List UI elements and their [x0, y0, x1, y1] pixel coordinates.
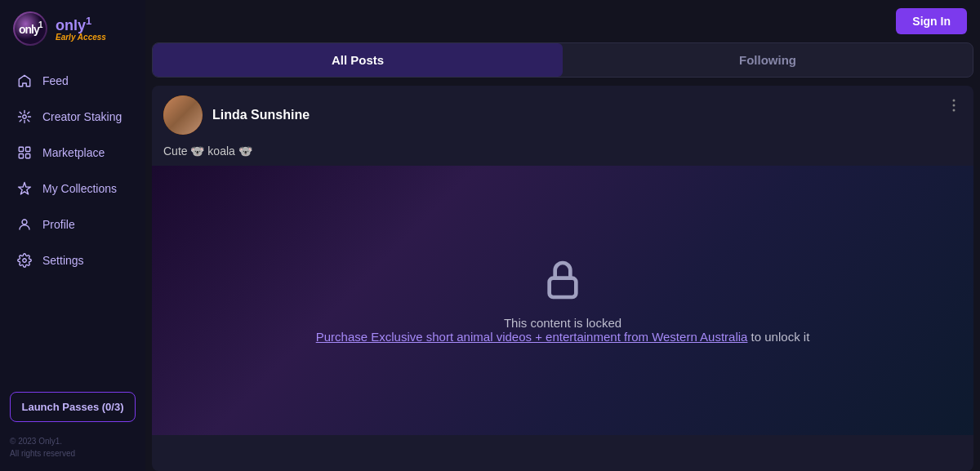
footer-copyright: © 2023 Only1. All rights reserved	[0, 435, 145, 471]
svg-point-3	[23, 115, 27, 119]
settings-icon	[16, 252, 33, 269]
sidebar-item-profile[interactable]: Profile	[3, 207, 142, 242]
sidebar-item-profile-label: Profile	[42, 218, 75, 231]
sidebar-item-feed[interactable]: Feed	[3, 64, 142, 98]
svg-rect-13	[550, 278, 577, 297]
svg-rect-4	[19, 147, 23, 151]
marketplace-icon	[16, 144, 33, 161]
home-icon	[16, 73, 33, 89]
launch-passes-button[interactable]: Launch Passes (0/3)	[10, 392, 136, 422]
locked-content-area: This content is locked Purchase Exclusiv…	[152, 166, 973, 435]
sidebar-item-creator-staking-label: Creator Staking	[42, 110, 122, 123]
sidebar-item-settings[interactable]: Settings	[3, 243, 142, 278]
main-content: Sign In All Posts Following Linda Sunshi…	[145, 0, 980, 471]
nav-menu: Feed Creator Staking Marketplace My Coll…	[0, 60, 145, 382]
profile-icon	[16, 216, 33, 233]
tabs-row: All Posts Following	[152, 42, 973, 78]
lock-icon	[540, 257, 586, 303]
staking-icon	[16, 109, 33, 125]
tab-all-posts[interactable]: All Posts	[153, 43, 563, 77]
post-caption: Cute 🐨 koala 🐨	[152, 144, 973, 166]
logo-tagline: Early Access	[56, 33, 106, 42]
svg-text:only: only	[19, 23, 40, 36]
brand-name: only1	[56, 16, 106, 33]
logo-area: only 1 only1 Early Access	[0, 0, 145, 60]
svg-rect-7	[26, 154, 30, 158]
svg-point-8	[22, 220, 27, 224]
sidebar-item-settings-label: Settings	[42, 254, 84, 267]
purchase-link[interactable]: Purchase Exclusive short animal videos +…	[316, 330, 748, 344]
svg-rect-6	[19, 154, 23, 158]
sidebar-item-marketplace-label: Marketplace	[42, 146, 105, 159]
topbar: Sign In	[145, 0, 980, 42]
post-user-name: Linda Sunshine	[212, 108, 310, 122]
locked-message: This content is locked Purchase Exclusiv…	[316, 316, 810, 344]
post-header: Linda Sunshine	[152, 86, 973, 144]
logo-icon: only 1	[13, 11, 47, 46]
sign-in-button[interactable]: Sign In	[896, 8, 967, 34]
svg-point-10	[953, 100, 956, 102]
svg-point-11	[953, 104, 956, 107]
sidebar-item-creator-staking[interactable]: Creator Staking	[3, 100, 142, 134]
post-card: Linda Sunshine Cute 🐨 koala 🐨 T	[152, 86, 973, 471]
tab-following[interactable]: Following	[563, 43, 973, 77]
more-options-button[interactable]	[946, 97, 962, 116]
sidebar-item-marketplace[interactable]: Marketplace	[3, 136, 142, 170]
sidebar: only 1 only1 Early Access Feed Creator S…	[0, 0, 145, 471]
sidebar-item-my-collections-label: My Collections	[42, 182, 117, 195]
sidebar-item-feed-label: Feed	[42, 74, 69, 87]
avatar	[163, 96, 203, 135]
svg-point-12	[953, 109, 956, 112]
logo-text: only1 Early Access	[56, 16, 106, 42]
collections-icon	[16, 180, 33, 197]
svg-rect-5	[26, 147, 30, 151]
svg-point-9	[23, 259, 27, 263]
sidebar-item-my-collections[interactable]: My Collections	[3, 171, 142, 206]
